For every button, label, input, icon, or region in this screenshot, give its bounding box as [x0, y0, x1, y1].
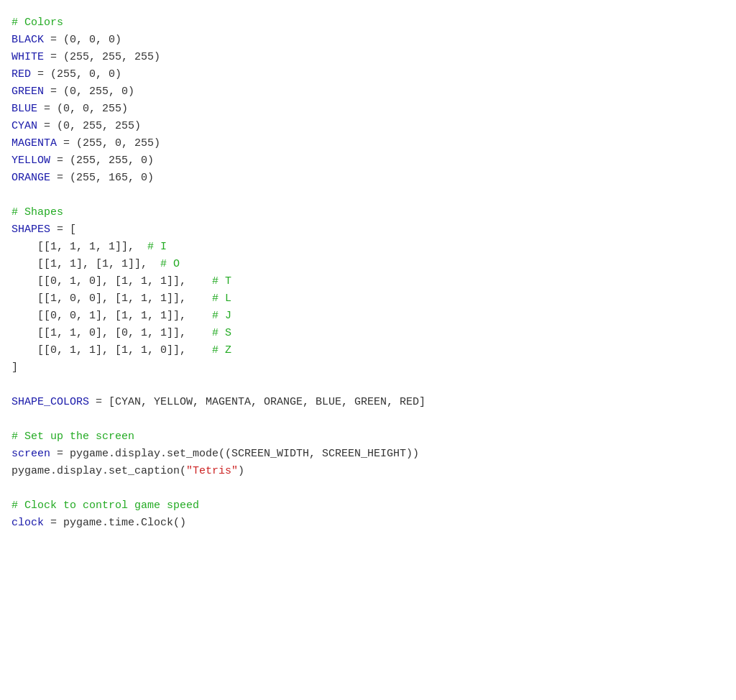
variable-name: SHAPE_COLORS	[12, 396, 89, 408]
comment-text: # Clock to control game speed	[12, 499, 199, 512]
code-line: [[1, 1, 1, 1]], # I	[12, 239, 724, 256]
comment-text: # Shapes	[12, 206, 63, 218]
variable-name: BLUE	[12, 103, 37, 115]
code-line	[12, 411, 724, 428]
code-line: WHITE = (255, 255, 255)	[12, 49, 724, 66]
code-line: # Shapes	[12, 204, 724, 221]
plain-text: = [CYAN, YELLOW, MAGENTA, ORANGE, BLUE, …	[89, 396, 426, 408]
code-line: # Colors	[12, 14, 724, 32]
plain-text: = [	[50, 224, 76, 236]
variable-name: BLACK	[12, 34, 44, 46]
inline-comment: # J	[199, 310, 231, 322]
variable-name: ORANGE	[12, 172, 50, 184]
plain-text: = (0, 255, 0)	[44, 86, 134, 98]
code-line	[12, 187, 724, 204]
plain-text: [[0, 1, 1], [1, 1, 0]],	[12, 344, 199, 356]
code-line: [[1, 1, 0], [0, 1, 1]], # S	[12, 325, 724, 342]
plain-text: [[1, 1, 0], [0, 1, 1]],	[12, 327, 199, 339]
code-line: [[1, 1], [1, 1]], # O	[12, 256, 724, 273]
comment-text: # Colors	[12, 17, 63, 29]
plain-text: = pygame.time.Clock()	[44, 517, 186, 529]
comment-text: # Set up the screen	[12, 430, 134, 443]
variable-name: screen	[12, 448, 50, 460]
code-line	[12, 377, 724, 394]
inline-comment: # I	[147, 241, 167, 253]
code-line: [[0, 0, 1], [1, 1, 1]], # J	[12, 308, 724, 325]
code-line: BLACK = (0, 0, 0)	[12, 32, 724, 49]
string-literal: "Tetris"	[186, 465, 238, 477]
code-line: # Clock to control game speed	[12, 497, 724, 515]
variable-name: clock	[12, 517, 44, 529]
plain-text: = pygame.display.set_mode((SCREEN_WIDTH,…	[50, 448, 419, 460]
code-line: [[0, 1, 0], [1, 1, 1]], # T	[12, 273, 724, 290]
plain-text: = (0, 0, 255)	[37, 103, 128, 115]
variable-name: MAGENTA	[12, 137, 57, 149]
code-line: clock = pygame.time.Clock()	[12, 515, 724, 532]
inline-comment: # L	[199, 293, 231, 305]
code-line: RED = (255, 0, 0)	[12, 66, 724, 83]
plain-text: ]	[12, 361, 18, 374]
code-line: SHAPES = [	[12, 221, 724, 239]
code-line: ]	[12, 359, 724, 377]
plain-text: [[0, 1, 0], [1, 1, 1]],	[12, 275, 199, 287]
code-line: BLUE = (0, 0, 255)	[12, 101, 724, 118]
variable-name: YELLOW	[12, 155, 50, 167]
plain-text: [[1, 1], [1, 1]],	[12, 258, 160, 270]
code-line: screen = pygame.display.set_mode((SCREEN…	[12, 446, 724, 463]
code-line: MAGENTA = (255, 0, 255)	[12, 135, 724, 152]
code-editor: # ColorsBLACK = (0, 0, 0)WHITE = (255, 2…	[12, 14, 724, 532]
plain-text: = (255, 255, 0)	[50, 155, 154, 167]
plain-text: pygame.display.set_caption(	[12, 465, 186, 477]
code-line: [[1, 0, 0], [1, 1, 1]], # L	[12, 290, 724, 308]
plain-text: = (255, 0, 0)	[31, 68, 121, 80]
plain-text: = (255, 165, 0)	[50, 172, 154, 184]
code-line: [[0, 1, 1], [1, 1, 0]], # Z	[12, 342, 724, 359]
variable-name: WHITE	[12, 51, 44, 63]
plain-text: = (255, 0, 255)	[57, 137, 160, 149]
plain-text: = (255, 255, 255)	[44, 51, 160, 63]
variable-name: SHAPES	[12, 224, 50, 236]
inline-comment: # S	[199, 327, 231, 339]
variable-name: RED	[12, 68, 31, 80]
inline-comment: # Z	[199, 344, 231, 356]
code-line: ORANGE = (255, 165, 0)	[12, 170, 724, 187]
plain-text: )	[238, 465, 244, 477]
variable-name: CYAN	[12, 120, 37, 132]
code-line: YELLOW = (255, 255, 0)	[12, 152, 724, 170]
code-line: SHAPE_COLORS = [CYAN, YELLOW, MAGENTA, O…	[12, 394, 724, 411]
code-line: # Set up the screen	[12, 428, 724, 446]
code-line	[12, 480, 724, 497]
plain-text: = (0, 0, 0)	[44, 34, 121, 46]
inline-comment: # O	[160, 258, 180, 270]
inline-comment: # T	[199, 275, 231, 287]
plain-text: [[1, 0, 0], [1, 1, 1]],	[12, 293, 199, 305]
plain-text: = (0, 255, 255)	[37, 120, 141, 132]
plain-text: [[0, 0, 1], [1, 1, 1]],	[12, 310, 199, 322]
code-line: pygame.display.set_caption("Tetris")	[12, 463, 724, 480]
code-line: CYAN = (0, 255, 255)	[12, 118, 724, 135]
code-line: GREEN = (0, 255, 0)	[12, 83, 724, 101]
plain-text: [[1, 1, 1, 1]],	[12, 241, 147, 253]
variable-name: GREEN	[12, 86, 44, 98]
